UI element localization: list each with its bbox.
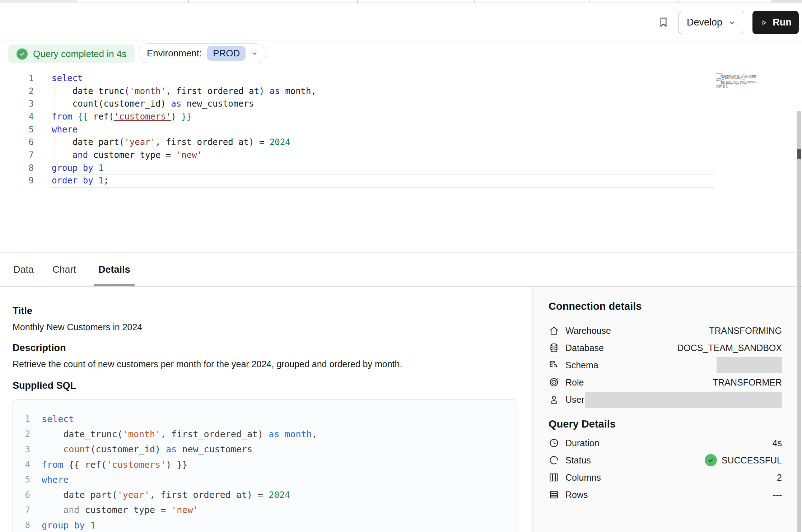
line-number: 3 (0, 99, 34, 109)
header-bar: Develop Run (0, 3, 802, 41)
bookmark-icon (657, 14, 670, 31)
redacted-value (585, 392, 782, 408)
line-number: 5 (0, 125, 34, 135)
code-line: 3 count(customer_id) as new_customers (0, 97, 316, 110)
success-check-icon (705, 454, 717, 466)
tab-chart[interactable]: Chart (52, 253, 77, 286)
row-label: Role (565, 377, 584, 388)
details-side-panel: Connection details WarehouseTRANSFORMING… (532, 288, 802, 532)
editor-minimap[interactable]: select date_trunc('month', first_ordered… (716, 73, 756, 90)
line-number: 6 (0, 137, 34, 147)
query-detail-rows: Duration4sStatusSUCCESSFULColumns2Rows--… (549, 434, 782, 503)
row-label: Duration (565, 438, 600, 448)
tab-strip-segment (0, 0, 76, 3)
line-number: 8 (0, 163, 34, 173)
environment-dropdown[interactable]: Environment: PROD (139, 43, 266, 63)
line-number: 5 (13, 475, 30, 485)
code-line: 3 count(customer_id) as new_customers (13, 442, 517, 457)
clock-icon (549, 438, 559, 448)
query-detail-row: StatusSUCCESSFUL (549, 452, 782, 469)
code-line: 5where (13, 472, 517, 487)
play-icon (760, 18, 768, 27)
row-label: Rows (565, 490, 588, 500)
page-scrollbar-thumb[interactable] (797, 149, 801, 159)
row-label: Status (565, 455, 591, 466)
environment-value-badge: PROD (207, 46, 246, 61)
chevron-down-icon (251, 50, 258, 57)
line-number: 7 (0, 150, 34, 160)
connection-row: WarehouseTRANSFORMING (549, 322, 782, 339)
page-scrollbar-track[interactable] (797, 111, 801, 532)
description-value: Retrieve the count of new customers per … (13, 359, 402, 369)
code-line: 2 date_trunc('month', first_ordered_at) … (13, 426, 517, 442)
connection-row: Schema (549, 356, 782, 374)
supplied-sql-block: 1select2 date_trunc('month', first_order… (13, 399, 517, 532)
row-label: Schema (565, 360, 598, 370)
line-number: 4 (13, 459, 30, 470)
supplied-sql-code: 1select2 date_trunc('month', first_order… (13, 411, 517, 532)
row-value: 4s (773, 438, 782, 448)
status-badge: SUCCESSFUL (705, 454, 782, 466)
chevron-down-icon (728, 19, 736, 27)
row-value: SUCCESSFUL (722, 455, 782, 466)
code-line: 7 and customer_type = 'new' (0, 149, 316, 162)
code-line: 5where (0, 123, 316, 136)
row-value: 2 (777, 472, 782, 483)
connection-rows: WarehouseTRANSFORMINGDatabaseDOCS_TEAM_S… (549, 322, 782, 408)
query-status-pill: Query completed in 4s (8, 45, 135, 63)
line-number: 4 (0, 112, 34, 122)
row-label: User (565, 395, 584, 405)
code-line: 1select (13, 411, 517, 426)
environment-label: Environment: (147, 48, 202, 59)
connection-details-heading: Connection details (549, 300, 642, 312)
tab-strip-divider (589, 0, 589, 3)
tab-strip-divider (357, 0, 358, 3)
line-number: 6 (13, 490, 30, 500)
code-line: 6 date_part('year', first_ordered_at) = … (13, 487, 517, 502)
user-icon (549, 394, 559, 405)
success-check-icon (17, 48, 28, 60)
line-number: 9 (0, 176, 34, 186)
line-number: 7 (13, 505, 30, 515)
panel-splitter[interactable] (0, 252, 802, 253)
row-value: DOCS_TEAM_SANDBOX (677, 343, 782, 353)
row-value: TRANSFORMER (713, 377, 782, 388)
tab-strip-divider (76, 0, 76, 3)
title-heading: Title (13, 305, 32, 317)
line-number: 8 (13, 520, 30, 530)
query-detail-row: Duration4s (549, 434, 782, 452)
line-number: 1 (0, 73, 34, 83)
title-value: Monthly New Customers in 2024 (13, 322, 142, 332)
row-label: Warehouse (565, 326, 611, 336)
loading-icon (549, 455, 559, 466)
connection-row: DatabaseDOCS_TEAM_SANDBOX (549, 339, 782, 356)
bookmark-button[interactable] (657, 13, 670, 32)
tab-strip-divider (679, 0, 679, 3)
schema-icon (549, 360, 559, 370)
tab-details[interactable]: Details (94, 253, 135, 286)
run-button[interactable]: Run (752, 11, 799, 34)
row-value: TRANSFORMING (709, 326, 782, 336)
run-button-label: Run (773, 17, 791, 28)
row-value: --- (773, 490, 782, 500)
code-line: 2 date_trunc('month', first_ordered_at) … (0, 85, 316, 98)
connection-row: User (549, 391, 782, 408)
line-number: 2 (13, 429, 30, 439)
columns-icon (549, 472, 559, 483)
line-number: 2 (0, 86, 34, 96)
develop-button[interactable]: Develop (679, 11, 744, 34)
query-detail-row: Rows--- (549, 486, 782, 503)
code-line: 9order by 1; (0, 174, 316, 187)
code-line: 1select (0, 72, 316, 85)
tab-data[interactable]: Data (13, 253, 34, 286)
sql-editor[interactable]: 1select2 date_trunc('month', first_order… (0, 63, 802, 253)
code-line: 8group by 1 (0, 162, 316, 174)
query-detail-row: Columns2 (549, 469, 782, 486)
rows-icon (549, 489, 559, 500)
minimap-line: order by 1; (716, 86, 756, 88)
code-line: 6 date_part('year', first_ordered_at) = … (0, 136, 316, 149)
database-icon (549, 342, 559, 353)
tab-strip-segment (771, 0, 802, 3)
line-number: 3 (13, 444, 30, 454)
app-window: Develop Run Query completed in 4s Enviro… (0, 0, 802, 532)
